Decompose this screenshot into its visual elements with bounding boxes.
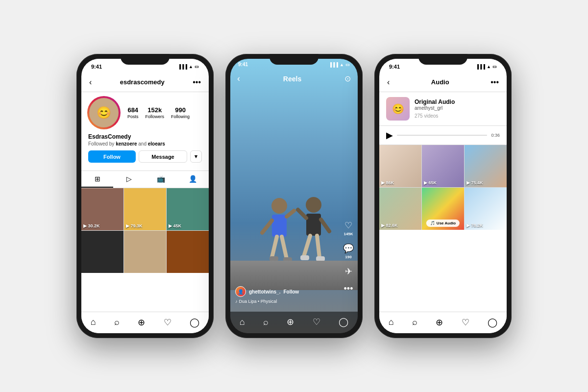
reels-music: ♪ Dua Lipa • Physical: [235, 299, 333, 304]
audio-info: Original Audio amethyst_grl 275 videos: [415, 98, 455, 120]
profile-icon-3[interactable]: ◯: [488, 317, 497, 328]
heart-icon-1[interactable]: ♡: [164, 317, 172, 328]
reels-comment-count: 190: [345, 255, 351, 259]
svg-rect-14: [300, 255, 309, 260]
grid-cell-2-count: ▶ 79.3K: [126, 223, 143, 228]
use-audio-icon: 🎵: [430, 221, 435, 225]
stat-followers[interactable]: 152k Followers: [146, 106, 165, 119]
grid-cell-4[interactable]: [81, 231, 123, 273]
tab-igtv[interactable]: 📺: [145, 171, 177, 188]
svg-line-11: [321, 220, 329, 231]
use-audio-text: Use Audio: [437, 221, 456, 225]
reels-nav-title: Reels: [283, 75, 301, 83]
status-time-1: 9:41: [91, 64, 102, 70]
play-button[interactable]: ▶: [386, 130, 393, 141]
followed-by-text: Followed by kenzoere and eloears: [88, 141, 202, 147]
tab-reels[interactable]: ▷: [113, 171, 145, 188]
home-icon-3[interactable]: ⌂: [389, 317, 394, 327]
reels-share-action[interactable]: ✈: [345, 266, 352, 277]
reels-signal: ▐▐▐: [329, 62, 338, 67]
avatar-wrap[interactable]: 😊: [88, 97, 120, 128]
tab-tagged[interactable]: 👤: [177, 171, 209, 188]
posts-count: 684: [127, 106, 138, 114]
grid-cell-2[interactable]: ▶ 79.3K: [124, 188, 166, 230]
tab-grid[interactable]: ⊞: [81, 171, 113, 188]
heart-icon-3[interactable]: ♡: [462, 317, 469, 328]
audio-progress-bar[interactable]: [397, 135, 487, 136]
reels-like-count: 145K: [343, 232, 353, 236]
audio-thumbnail: 😊: [386, 97, 410, 121]
grid-cell-1[interactable]: ▶ 30.2K: [81, 188, 123, 230]
audio-duration: 0:36: [491, 133, 500, 138]
phone-audio: 9:41 ▐▐▐ ▲ ▭ ‹ Audio ••• 😊 Origina: [374, 54, 512, 338]
profile-icon-1[interactable]: ◯: [190, 317, 199, 328]
audio-cell-4[interactable]: ▶ 82.6K: [379, 188, 421, 230]
following-label: Following: [171, 114, 190, 119]
reels-search-icon[interactable]: ⌕: [263, 317, 269, 327]
svg-line-5: [282, 237, 287, 259]
grid-cell-1-count: ▶ 30.2K: [83, 223, 100, 228]
add-icon-3[interactable]: ⊕: [436, 317, 443, 328]
stat-following[interactable]: 990 Following: [171, 106, 190, 119]
svg-point-8: [306, 197, 321, 213]
avatar: 😊: [89, 98, 119, 127]
message-button[interactable]: Message: [139, 150, 187, 163]
reels-username[interactable]: ghettotwins_.: [249, 289, 280, 294]
reels-back-icon[interactable]: ‹: [237, 74, 240, 84]
status-icons-1: ▐▐▐ ▲ ▭: [178, 64, 199, 69]
search-icon-3[interactable]: ⌕: [412, 317, 417, 327]
audio-cell-3[interactable]: ▶ 75.4K: [465, 145, 507, 187]
audio-cell-2[interactable]: ▶ 65K: [422, 145, 464, 187]
reels-status-icons: ▐▐▐ ▲ ▭: [329, 62, 350, 67]
grid-cell-3[interactable]: ▶ 45K: [167, 188, 209, 230]
audio-header-info: 😊 Original Audio amethyst_grl 275 videos: [379, 92, 507, 126]
svg-line-4: [272, 237, 277, 257]
battery-icon-3: ▭: [492, 64, 497, 69]
back-icon-1[interactable]: ‹: [89, 78, 92, 87]
audio-username[interactable]: amethyst_grl: [415, 105, 455, 111]
profile-stats: 684 Posts 152k Followers 990 Following: [127, 106, 202, 119]
reels-more-action[interactable]: •••: [344, 284, 353, 294]
bottom-nav-1: ⌂ ⌕ ⊕ ♡ ◯: [81, 312, 209, 333]
reels-screen: 9:41 ▐▐▐ ▲ ▭ ‹ Reels ⊙: [230, 59, 358, 333]
audio-nav-title: Audio: [431, 78, 449, 86]
follow-button[interactable]: Follow: [88, 150, 136, 163]
svg-line-3: [287, 211, 294, 217]
follower-2[interactable]: eloears: [148, 141, 165, 147]
reels-like-action[interactable]: ♡ 145K: [343, 220, 353, 236]
reels-music-text: Dua Lipa • Physical: [239, 299, 277, 304]
reels-follow-button[interactable]: Follow: [283, 289, 299, 294]
bottom-nav-3: ⌂ ⌕ ⊕ ♡ ◯: [379, 312, 507, 333]
reels-heart-nav-icon[interactable]: ♡: [313, 317, 320, 327]
reels-comment-action[interactable]: 💬 190: [343, 243, 354, 259]
reels-profile-icon[interactable]: ◯: [339, 317, 348, 327]
reels-heart-icon: ♡: [344, 220, 352, 231]
more-icon-1[interactable]: •••: [193, 78, 201, 87]
reels-home-icon[interactable]: ⌂: [240, 317, 245, 327]
use-audio-badge[interactable]: 🎵 Use Audio: [426, 220, 460, 227]
search-icon-1[interactable]: ⌕: [114, 317, 120, 327]
reels-add-icon[interactable]: ⊕: [287, 317, 294, 327]
audio-cell-6-count: ▶ 78.2K: [466, 223, 483, 228]
follower-1[interactable]: kenzoere: [116, 141, 137, 147]
profile-header: 😊 684 Posts 152k Followers: [81, 92, 209, 171]
notch-1: [121, 54, 170, 65]
followers-count: 152k: [147, 106, 162, 114]
back-icon-3[interactable]: ‹: [387, 78, 390, 87]
status-icons-3: ▐▐▐ ▲ ▭: [476, 64, 497, 69]
home-icon-1[interactable]: ⌂: [91, 317, 96, 327]
dropdown-button[interactable]: ▾: [190, 150, 202, 163]
reels-comment-icon: 💬: [343, 243, 354, 254]
grid-cell-5[interactable]: [124, 231, 166, 273]
svg-line-10: [298, 210, 306, 218]
add-icon-1[interactable]: ⊕: [138, 317, 145, 328]
reels-camera-icon[interactable]: ⊙: [344, 74, 351, 83]
audio-cell-5[interactable]: 🎵 Use Audio: [422, 188, 464, 230]
audio-cell-1[interactable]: ▶ 86K: [379, 145, 421, 187]
audio-cell-6[interactable]: ▶ 78.2K: [465, 188, 507, 230]
grid-cell-6[interactable]: [167, 231, 209, 273]
more-icon-3[interactable]: •••: [490, 78, 499, 87]
reels-user-avatar[interactable]: 👤: [235, 286, 246, 297]
posts-label: Posts: [127, 114, 139, 119]
profile-screen: 😊 684 Posts 152k Followers: [81, 92, 209, 312]
